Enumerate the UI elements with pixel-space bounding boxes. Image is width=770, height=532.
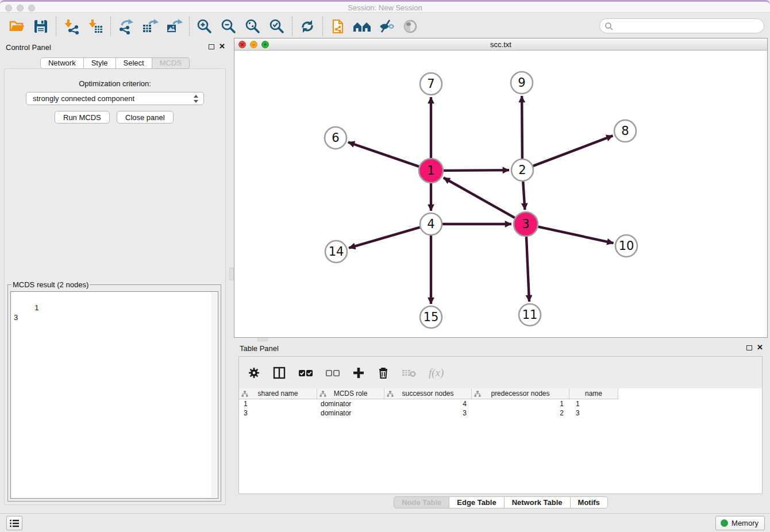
network-graph[interactable]: 7968124314101511 <box>234 51 767 337</box>
dropdown-stepper-icon <box>194 94 199 103</box>
criterion-dropdown[interactable]: strongly connected component <box>26 92 204 105</box>
close-panel-button[interactable]: Close panel <box>117 111 174 124</box>
column-header-mcds-role[interactable]: MCDS role <box>317 388 384 399</box>
graph-node-2[interactable]: 2 <box>511 159 533 181</box>
tab-node-table[interactable]: Node Table <box>394 496 449 508</box>
horizontal-splitter-handle[interactable] <box>257 338 268 341</box>
column-header-predecessor-nodes[interactable]: predecessor nodes <box>472 388 569 399</box>
graph-node-14[interactable]: 14 <box>325 241 347 263</box>
graph-node-8[interactable]: 8 <box>614 120 636 142</box>
import-network-button[interactable] <box>59 17 83 36</box>
application-window: { "titlebar": { "title": "Session: New S… <box>0 0 770 532</box>
unselect-all-columns-button[interactable] <box>325 368 340 377</box>
delete-table-button[interactable] <box>402 368 417 378</box>
task-history-button[interactable] <box>6 516 22 530</box>
cell-shared-name[interactable]: 3 <box>239 408 317 418</box>
cell-predecessor-nodes[interactable]: 2 <box>472 408 569 418</box>
edge-2-3[interactable] <box>523 182 525 210</box>
table-panel-header: Table Panel ✕ <box>234 342 768 355</box>
float-panel-icon[interactable] <box>209 44 214 49</box>
edge-3-11[interactable] <box>526 237 529 302</box>
column-header-successor-nodes[interactable]: successor nodes <box>384 388 472 399</box>
delete-column-button[interactable] <box>377 367 390 379</box>
add-column-button[interactable] <box>352 367 365 379</box>
export-network-icon <box>117 18 134 35</box>
network-view-window: ✕ − + scc.txt 7968124314101511 <box>234 38 768 338</box>
toggle-panes-button[interactable] <box>272 366 286 380</box>
save-icon <box>32 18 49 35</box>
graph-node-1[interactable]: 1 <box>419 159 443 183</box>
unchecked-boxes-icon <box>325 368 340 377</box>
mcds-result-textarea[interactable]: 1 3 <box>10 291 218 499</box>
level-of-detail-button[interactable] <box>398 17 422 36</box>
control-panel-title: Control Panel <box>6 43 51 52</box>
home-button[interactable] <box>350 17 374 36</box>
edge-2-8[interactable] <box>533 136 613 166</box>
zoom-out-button[interactable] <box>217 17 241 36</box>
tab-style[interactable]: Style <box>84 57 116 69</box>
zoom-fit-button[interactable] <box>241 17 265 36</box>
edge-3-10[interactable] <box>538 227 613 243</box>
close-panel-icon[interactable]: ✕ <box>219 43 225 50</box>
search-box <box>599 18 764 33</box>
close-table-panel-icon[interactable]: ✕ <box>757 344 763 351</box>
column-header-shared-name[interactable]: shared name <box>239 388 317 399</box>
cell-name[interactable]: 1 <box>569 399 618 408</box>
function-builder-button[interactable]: f(x) <box>429 367 444 379</box>
tab-network[interactable]: Network <box>40 57 84 69</box>
tab-network-table[interactable]: Network Table <box>505 496 571 508</box>
workspace: Control Panel ✕ NetworkStyleSelectMCDS O… <box>0 38 770 513</box>
zoom-selected-button[interactable] <box>265 17 289 36</box>
column-header-name[interactable]: name <box>569 388 618 399</box>
graph-node-7[interactable]: 7 <box>420 73 442 95</box>
mcds-result-group: MCDS result (2 nodes) 1 3 <box>7 280 221 502</box>
tab-edge-table[interactable]: Edge Table <box>449 496 504 508</box>
float-table-panel-icon[interactable] <box>746 345 752 350</box>
save-session-button[interactable] <box>29 17 53 36</box>
edge-2-9[interactable] <box>522 96 522 159</box>
edge-1-2[interactable] <box>444 170 509 171</box>
memory-button[interactable]: Memory <box>715 516 765 530</box>
column-type-icon <box>319 391 326 397</box>
cell-name[interactable]: 3 <box>569 408 618 418</box>
graph-node-15[interactable]: 15 <box>420 306 442 328</box>
tab-select[interactable]: Select <box>116 57 152 69</box>
graph-node-11[interactable]: 11 <box>519 304 541 326</box>
zoom-in-button[interactable] <box>192 17 217 36</box>
open-session-button[interactable] <box>5 17 29 36</box>
cell-mcds-role[interactable]: dominator <box>317 399 384 408</box>
cell-successor-nodes[interactable]: 4 <box>384 399 472 408</box>
result-scrollbar[interactable] <box>211 292 217 498</box>
network-canvas[interactable]: 7968124314101511 <box>234 51 767 337</box>
graph-node-9[interactable]: 9 <box>511 72 533 94</box>
cell-mcds-role[interactable]: dominator <box>317 408 384 418</box>
clone-network-button[interactable] <box>326 17 350 36</box>
export-table-button[interactable] <box>138 17 162 36</box>
graph-node-4[interactable]: 4 <box>420 213 442 235</box>
graph-node-10[interactable]: 10 <box>615 235 637 257</box>
cell-shared-name[interactable]: 1 <box>239 399 317 408</box>
hide-glasses-button[interactable] <box>374 17 398 36</box>
export-network-button[interactable] <box>114 17 138 36</box>
table-row[interactable]: 1dominator411 <box>239 399 762 408</box>
split-panes-icon <box>272 366 286 380</box>
toolbar-separator <box>189 17 190 36</box>
select-all-columns-button[interactable] <box>298 368 313 377</box>
cell-predecessor-nodes[interactable]: 1 <box>472 399 569 408</box>
edge-3-1[interactable] <box>444 178 515 218</box>
export-image-button[interactable] <box>162 17 186 36</box>
graph-node-3[interactable]: 3 <box>514 212 538 236</box>
edge-1-6[interactable] <box>348 142 419 166</box>
tab-mcds[interactable]: MCDS <box>152 57 190 69</box>
vertical-splitter-handle[interactable] <box>229 268 234 280</box>
table-row[interactable]: 3dominator323 <box>239 408 762 418</box>
graph-node-6[interactable]: 6 <box>325 127 346 149</box>
import-table-button[interactable] <box>83 17 107 36</box>
table-settings-button[interactable] <box>248 367 260 379</box>
search-input[interactable] <box>616 20 760 32</box>
refresh-view-button[interactable] <box>295 17 319 36</box>
tab-motifs[interactable]: Motifs <box>571 496 608 508</box>
cell-successor-nodes[interactable]: 3 <box>384 408 472 418</box>
run-mcds-button[interactable]: Run MCDS <box>55 111 110 124</box>
edge-4-14[interactable] <box>349 228 420 248</box>
